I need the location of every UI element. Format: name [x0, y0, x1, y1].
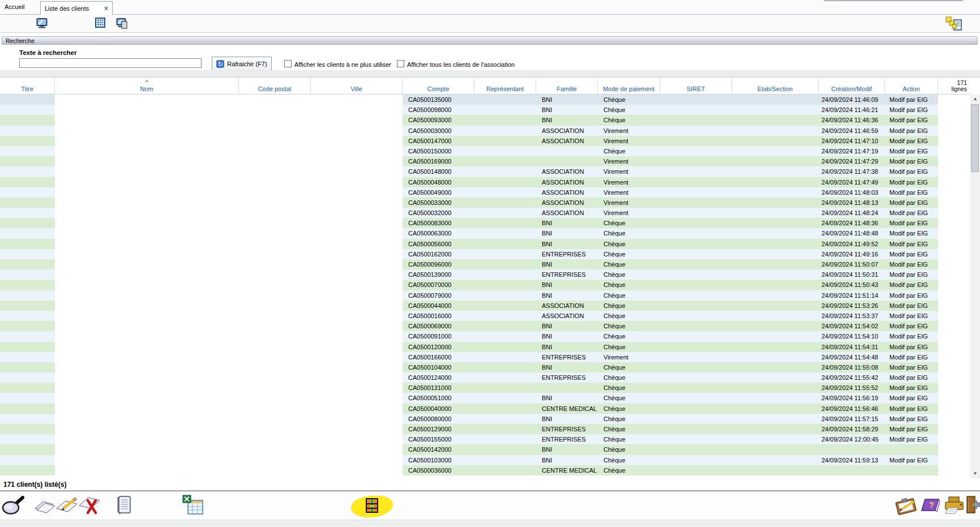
- table-row[interactable]: CA0500083000BNIChèque24/09/2024 11:48:36…: [0, 218, 970, 228]
- table-row[interactable]: CA0500162000ENTREPRISESChèque24/09/2024 …: [0, 249, 970, 259]
- table-row[interactable]: CA0500033000ASSOCIATIONVirement24/09/202…: [0, 198, 970, 208]
- table-row[interactable]: CA0500129000ENTREPRISESChèque24/09/2024 …: [0, 424, 970, 434]
- edit-sheet-icon[interactable]: [55, 496, 79, 514]
- table-row[interactable]: CA0500016000ASSOCIATIONChèque24/09/2024 …: [0, 311, 970, 321]
- cell-etab_section: [732, 404, 819, 414]
- table-row[interactable]: CA0500079000BNIChèque24/09/2024 11:51:14…: [0, 290, 970, 301]
- table-row[interactable]: CA0500124000ENTREPRISESChèque24/09/2024 …: [0, 372, 970, 383]
- table-row[interactable]: CA0500040000CENTRE MEDICALChèque24/09/20…: [0, 404, 970, 414]
- refresh-button[interactable]: ↻ Rafraichir (F7): [212, 57, 272, 71]
- column-header-mode_de_paiement[interactable]: Mode de paiement: [598, 78, 660, 94]
- column-header-code_postal[interactable]: Code postal: [239, 78, 311, 94]
- table-row[interactable]: CA0500131000Chèque24/09/2024 11:55:52Mod…: [0, 383, 970, 393]
- table-row[interactable]: CA0500030000ASSOCIATIONVirement24/09/202…: [0, 126, 970, 136]
- column-header-siret[interactable]: SIRET: [660, 78, 732, 94]
- table-row[interactable]: CA0500147000ASSOCIATIONVirement24/09/202…: [0, 136, 970, 146]
- cell-nom: [55, 414, 239, 424]
- column-header-titre[interactable]: Titre: [0, 78, 55, 94]
- table-row[interactable]: CA0500044000ASSOCIATIONChèque24/09/2024 …: [0, 301, 970, 311]
- sheets-icon[interactable]: [34, 499, 55, 514]
- table-row[interactable]: CA0500091000BNIChèque24/09/2024 11:54:10…: [0, 331, 970, 341]
- checkbox-tous-les-clients[interactable]: [397, 60, 404, 67]
- column-header-etab_section[interactable]: Etab/Section: [732, 78, 819, 94]
- table-row[interactable]: CA0500049000ASSOCIATIONVirement24/09/202…: [0, 187, 970, 198]
- cascade-windows-icon[interactable]: [945, 16, 962, 31]
- cell-mode_de_paiement: Chèque: [598, 311, 660, 321]
- cell-mode_de_paiement: Chèque: [598, 115, 660, 125]
- top-toolbar: [0, 15, 980, 33]
- cell-famille: ASSOCIATION: [536, 311, 598, 321]
- tab-liste-des-clients[interactable]: Liste des clients ×: [40, 1, 113, 15]
- table-row[interactable]: CA0500070000BNIChèque24/09/2024 11:50:43…: [0, 280, 970, 290]
- clipboard-pencil-icon[interactable]: [892, 497, 919, 515]
- table-row[interactable]: CA0500139000ENTREPRISESChèque24/09/2024 …: [0, 269, 970, 280]
- table-row[interactable]: CA0500103000BNIChèque24/09/2024 11:59:13…: [0, 455, 970, 465]
- table-row[interactable]: CA0500150000Chèque24/09/2024 11:47:19Mod…: [0, 146, 970, 156]
- print-icon[interactable]: [943, 495, 966, 515]
- table-row[interactable]: CA0500036000CENTRE MEDICALChèque: [0, 465, 970, 475]
- search-input[interactable]: [19, 58, 202, 68]
- notepad-icon[interactable]: [113, 495, 134, 515]
- table-row[interactable]: CA0500120000BNIChèque24/09/2024 11:54:31…: [0, 342, 970, 352]
- cell-mode_de_paiement: Chèque: [598, 239, 660, 249]
- export-excel-icon[interactable]: [182, 495, 204, 515]
- cell-action: Modif par EIG: [885, 301, 938, 311]
- screen-document-icon[interactable]: [116, 18, 128, 29]
- cell-titre: [0, 404, 55, 414]
- table-row[interactable]: CA0500056000BNIChèque24/09/2024 11:49:52…: [0, 239, 970, 249]
- scrollbar-thumb[interactable]: [971, 104, 979, 172]
- cell-titre: [0, 342, 55, 352]
- table-row[interactable]: CA0500093000BNIChèque24/09/2024 11:46:36…: [0, 115, 970, 125]
- table-row[interactable]: CA0500104000BNIChèque24/09/2024 11:55:08…: [0, 362, 970, 372]
- matrix-grid-icon[interactable]: [365, 498, 379, 513]
- checkbox-clients-ne-plus-utiliser[interactable]: [284, 60, 292, 67]
- cell-famille: ENTREPRISES: [536, 424, 598, 434]
- column-header-action[interactable]: Action: [885, 78, 938, 94]
- table-row[interactable]: CA0500148000ASSOCIATIONVirement24/09/202…: [0, 166, 970, 177]
- column-header-nom[interactable]: ^Nom: [55, 78, 239, 94]
- column-header-creation_modif[interactable]: Création/Modif: [819, 78, 885, 94]
- table-row[interactable]: CA0500051000BNIChèque24/09/2024 11:56:19…: [0, 393, 970, 403]
- table-row[interactable]: CA0500096000BNIChèque24/09/2024 11:50:07…: [0, 259, 970, 269]
- table-row[interactable]: CA0500155000ENTREPRISESChèque24/09/2024 …: [0, 434, 970, 444]
- cell-representant: [474, 146, 536, 156]
- table-row[interactable]: CA0500032000ASSOCIATIONVirement24/09/202…: [0, 208, 970, 218]
- close-icon[interactable]: ×: [104, 5, 108, 12]
- cell-compte: CA0500030000: [403, 126, 474, 136]
- screen-icon[interactable]: [36, 18, 48, 29]
- column-header-compte[interactable]: Compte: [403, 78, 474, 94]
- table-row[interactable]: CA0500098000BNIChèque24/09/2024 11:46:21…: [0, 105, 970, 115]
- status-count-text: 171 client(s) listé(s): [3, 481, 66, 489]
- cell-etab_section: [732, 444, 819, 455]
- scroll-up-icon[interactable]: ▲: [970, 95, 980, 104]
- cell-mode_de_paiement: Virement: [598, 352, 660, 362]
- cell-ville: [311, 383, 403, 393]
- cell-spacer: [938, 146, 970, 156]
- cell-famille: BNI: [536, 115, 598, 125]
- table-grid-icon[interactable]: [95, 18, 105, 28]
- scroll-down-icon[interactable]: ▼: [970, 469, 980, 478]
- exit-door-icon[interactable]: [965, 495, 980, 515]
- checkbox-tous-les-clients-label: Afficher tous les clients de l'associati…: [407, 61, 515, 68]
- cell-siret: [660, 434, 732, 444]
- delete-sheet-icon[interactable]: [78, 495, 102, 515]
- cell-spacer: [938, 228, 970, 238]
- column-header-representant[interactable]: Représentant: [474, 78, 536, 94]
- cell-compte: CA0500129000: [403, 424, 474, 434]
- table-row[interactable]: CA0500135000BNIChèque24/09/2024 11:46:09…: [0, 95, 970, 105]
- table-row[interactable]: CA0500166000ENTREPRISESVirement24/09/202…: [0, 352, 970, 362]
- column-header-famille[interactable]: Famille: [536, 78, 598, 94]
- table-row[interactable]: CA0500169000Virement24/09/2024 11:47:29M…: [0, 156, 970, 166]
- magnifier-icon[interactable]: [2, 495, 24, 516]
- vertical-scrollbar[interactable]: ▲ ▼: [970, 95, 980, 478]
- cell-creation_modif: 24/09/2024 11:47:29: [819, 156, 885, 166]
- table-row[interactable]: CA0500069000BNIChèque24/09/2024 11:54:02…: [0, 321, 970, 331]
- table-row[interactable]: CA0500063000BNIChèque24/09/2024 11:48:48…: [0, 228, 970, 238]
- table-row[interactable]: CA0500080000BNIChèque24/09/2024 11:57:15…: [0, 414, 970, 424]
- help-book-icon[interactable]: ?: [919, 496, 941, 514]
- cell-ville: [311, 393, 403, 403]
- column-header-ville[interactable]: Ville: [311, 78, 403, 94]
- table-row[interactable]: CA0500048000ASSOCIATIONVirement24/09/202…: [0, 177, 970, 187]
- tab-accueil[interactable]: Accueil: [5, 3, 24, 10]
- table-row[interactable]: CA0500142000BNIChèque: [0, 444, 970, 455]
